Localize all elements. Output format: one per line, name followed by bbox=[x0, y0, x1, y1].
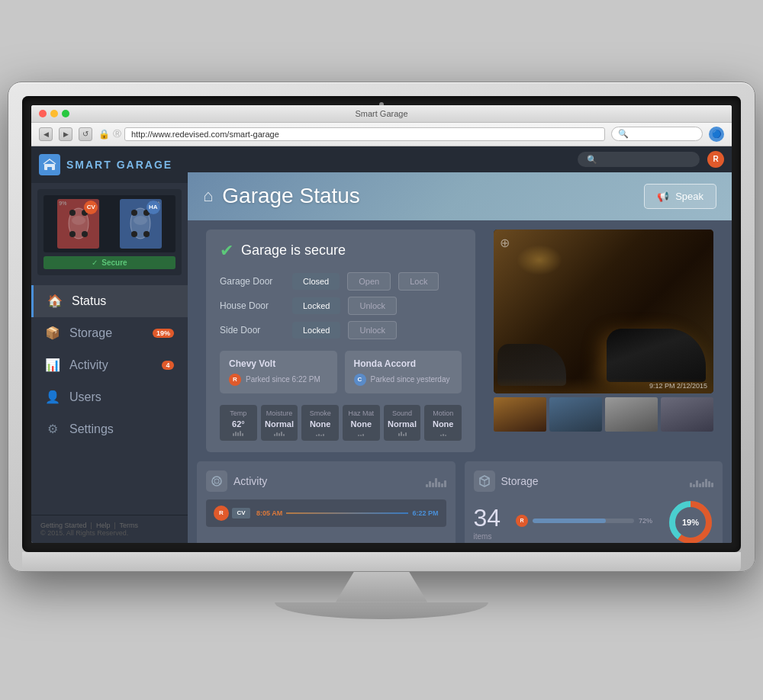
camera-thumb-4[interactable] bbox=[661, 397, 713, 432]
garage-open-button[interactable]: Open bbox=[347, 272, 391, 291]
camera-main[interactable]: ⊕ 9:12 PM 2/12/2015 bbox=[494, 230, 713, 393]
browser-titlebar: Smart Garage bbox=[31, 105, 732, 123]
side-unlock-button[interactable]: Unlock bbox=[348, 321, 397, 339]
camera-thumbnails bbox=[494, 397, 713, 432]
sidebar-item-activity[interactable]: 📊 Activity 4 bbox=[31, 349, 188, 381]
forward-button[interactable]: ▶ bbox=[59, 127, 72, 141]
sensor-temp-label: Temp bbox=[223, 409, 254, 417]
minimize-dot[interactable] bbox=[50, 110, 58, 117]
storage-bar1-pct: 72% bbox=[639, 517, 652, 525]
storage-count: 34 bbox=[474, 504, 501, 532]
activity-time-start: 8:05 AM bbox=[256, 509, 282, 517]
car0-name: Chevy Volt bbox=[229, 358, 328, 369]
app-container: SMART GARAGE 9% bbox=[31, 146, 732, 543]
mid-section: ✔ Garage is secure Garage Door Close bbox=[188, 220, 732, 461]
activity-icon-svg bbox=[211, 475, 223, 487]
activity-panel-icon bbox=[206, 470, 227, 492]
storage-mini-chart bbox=[690, 475, 713, 487]
activity-badge: 4 bbox=[162, 361, 174, 370]
refresh-button[interactable]: ↺ bbox=[79, 127, 92, 141]
sensor-temp: Temp 62° bbox=[220, 405, 257, 441]
page-title: Garage Status bbox=[222, 184, 360, 208]
browser-title: Smart Garage bbox=[355, 109, 407, 118]
maximize-dot[interactable] bbox=[62, 110, 69, 117]
header-left: ⌂ Garage Status bbox=[203, 184, 360, 208]
camera-thumb-1[interactable] bbox=[494, 397, 546, 432]
sensor-bar: Temp 62° Moisture Nor bbox=[220, 405, 462, 441]
activity-timeline-line bbox=[286, 512, 408, 514]
sidebar-item-status[interactable]: 🏠 Status bbox=[31, 285, 188, 317]
sidebar-label-settings: Settings bbox=[69, 422, 114, 436]
sensor-moisture-value: Normal bbox=[264, 419, 295, 429]
activity-panel-header: Activity bbox=[206, 470, 446, 492]
garage-preview: 9% CV bbox=[37, 189, 182, 275]
status-section: ✔ Garage is secure Garage Door Close bbox=[197, 220, 485, 461]
url-bar[interactable]: http://www.redevised.com/smart-garage bbox=[124, 127, 605, 141]
sidebar-item-users[interactable]: 👤 Users bbox=[31, 381, 188, 413]
side-door-row: Side Door Locked Unlock bbox=[220, 321, 462, 339]
app-title: SMART GARAGE bbox=[66, 159, 172, 171]
speak-button[interactable]: 📢 Speak bbox=[644, 184, 716, 209]
svg-line-16 bbox=[214, 478, 215, 480]
sidebar-item-storage[interactable]: 📦 Storage 19% bbox=[31, 317, 188, 349]
svg-line-17 bbox=[219, 478, 221, 480]
browser-window-controls bbox=[39, 110, 69, 117]
svg-rect-1 bbox=[47, 167, 52, 170]
svg-point-9 bbox=[134, 216, 147, 225]
side-locked-button[interactable]: Locked bbox=[292, 322, 340, 339]
terms-link[interactable]: Terms bbox=[120, 522, 139, 529]
user-avatar[interactable]: R bbox=[707, 151, 724, 168]
storage-bars: R 72% bbox=[508, 515, 660, 530]
storage-panel-title: Storage bbox=[501, 475, 539, 487]
sidebar-label-status: Status bbox=[72, 294, 106, 308]
sidebar-item-settings[interactable]: ⚙ Settings bbox=[31, 413, 188, 445]
svg-point-10 bbox=[131, 231, 137, 237]
storage-bar1-progress bbox=[533, 519, 606, 523]
megaphone-icon: 📢 bbox=[657, 191, 669, 202]
svg-point-11 bbox=[143, 231, 150, 237]
car0-badge: R bbox=[229, 374, 241, 386]
secure-check-icon: ✓ bbox=[92, 258, 98, 267]
camera-thumb-2[interactable] bbox=[549, 397, 602, 432]
svg-point-12 bbox=[131, 210, 137, 216]
sensor-temp-value: 62° bbox=[223, 419, 254, 429]
monitor-chin bbox=[22, 552, 741, 571]
secure-badge: ✓ Secure bbox=[43, 256, 175, 269]
browser-icon: 🔵 bbox=[709, 127, 724, 142]
back-button[interactable]: ◀ bbox=[39, 127, 53, 141]
svg-point-14 bbox=[212, 477, 221, 486]
help-link[interactable]: Help bbox=[96, 522, 111, 529]
storage-icon: 📦 bbox=[45, 326, 60, 341]
garage-lock-button[interactable]: Lock bbox=[398, 272, 439, 291]
sidebar-label-users: Users bbox=[69, 390, 101, 404]
car-card-1: Honda Accord C Parked since yesterday bbox=[345, 351, 462, 393]
sensor-moisture: Moisture Normal bbox=[261, 405, 298, 441]
app-topbar: R bbox=[188, 146, 732, 172]
close-dot[interactable] bbox=[39, 110, 47, 117]
lock-icon: 🔒 bbox=[98, 129, 110, 140]
garage-closed-button[interactable]: Closed bbox=[292, 273, 340, 290]
activity-car-label: CV bbox=[232, 508, 250, 519]
secure-status-text: Garage is secure bbox=[241, 242, 346, 258]
getting-started-link[interactable]: Getting Started bbox=[40, 522, 87, 529]
storage-pct-label: 19% bbox=[682, 518, 699, 527]
storage-bar-row-1: R 72% bbox=[516, 515, 652, 527]
garage-door-row: Garage Door Closed Open Lock bbox=[220, 272, 462, 291]
camera-thumb-3[interactable] bbox=[605, 397, 658, 432]
car1-name: Honda Accord bbox=[354, 358, 453, 369]
page-header: ⌂ Garage Status 📢 Speak bbox=[188, 172, 732, 220]
house-locked-button[interactable]: Locked bbox=[292, 297, 340, 314]
car1-info: Parked since yesterday bbox=[371, 375, 450, 384]
sensor-hazmat-chart bbox=[346, 430, 377, 436]
monitor-stand-neck bbox=[336, 572, 427, 602]
status-panel: ✔ Garage is secure Garage Door Close bbox=[206, 230, 475, 452]
sidebar-header: SMART GARAGE bbox=[31, 146, 188, 183]
app-search-input[interactable] bbox=[578, 152, 700, 167]
storage-bar1-fill bbox=[533, 519, 634, 523]
users-icon: 👤 bbox=[45, 390, 60, 405]
monitor-screen: Smart Garage ◀ ▶ ↺ 🔒 Ⓡ http://www.redevi… bbox=[31, 105, 732, 543]
house-unlock-button[interactable]: Unlock bbox=[348, 297, 397, 315]
browser-search[interactable]: 🔍 bbox=[611, 127, 703, 141]
monitor-bezel: Smart Garage ◀ ▶ ↺ 🔒 Ⓡ http://www.redevi… bbox=[22, 96, 741, 552]
house-door-row: House Door Locked Unlock bbox=[220, 297, 462, 315]
